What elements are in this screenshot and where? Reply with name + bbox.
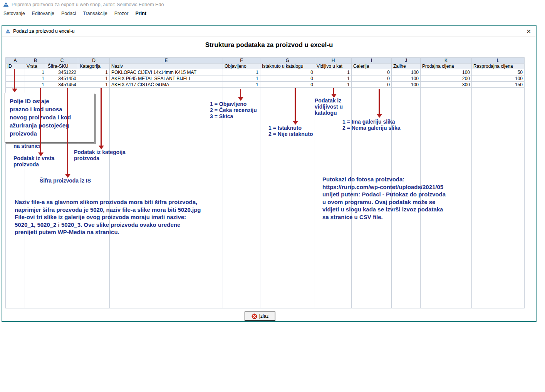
col-letter: G — [260, 58, 315, 64]
note-istaknuto: 1 = Istaknuto 2 = Nije istaknuto — [268, 125, 313, 137]
col-letter: L — [472, 58, 525, 64]
table-cell: 100 — [392, 75, 421, 82]
app-titlebar[interactable]: Priprema proizvoda za export u web shop,… — [0, 0, 545, 9]
close-icon[interactable]: ✕ — [526, 28, 531, 34]
table-cell: 200 — [421, 75, 472, 82]
table-cell: 50 — [472, 69, 525, 75]
col-letter: D — [78, 58, 110, 64]
col-header: Kategorija — [78, 64, 110, 69]
col-header: Istaknuto u katalogu — [260, 64, 315, 69]
arrow-vidljivo-column — [333, 88, 334, 94]
note-vidljivost: Podatak iz vidljivost u katalogu — [315, 97, 343, 116]
col-letter: F — [223, 58, 260, 64]
note-id-box: Polje ID ostaje prazno i kod unosa novog… — [5, 93, 94, 142]
dialog-titlebar[interactable]: Podazi za proizvod u excel-u ✕ — [2, 26, 536, 37]
note-slike: Naziv file-a sa glavnom slikom prozivoda… — [15, 198, 277, 236]
col-letter: K — [421, 58, 472, 64]
dialog-window: Podazi za proizvod u excel-u ✕ Struktura… — [2, 25, 537, 322]
menu-setovanje[interactable]: Setovanje — [0, 10, 29, 17]
table-cell: POKLOPAC CIJEVI 14x14mm K415 MAT — [110, 69, 223, 75]
izlaz-label: Izlaz — [259, 313, 269, 319]
table-row: 1 3451450 1 AKFIX P645 METAL SEALANT BIJ… — [6, 75, 525, 82]
menu-transakcije[interactable]: Transakcije — [79, 10, 111, 17]
note-kategorija: Podatak iz kategoija proizvoda — [74, 149, 126, 161]
arrow-kategorija-column — [101, 88, 102, 146]
table-cell: 0 — [352, 75, 392, 82]
arrow-vrsta-column — [40, 88, 41, 153]
table-cell — [6, 69, 25, 75]
col-letter: J — [392, 58, 421, 64]
table-cell: AKFIX P645 METAL SEALANT BIJELI — [110, 75, 223, 82]
col-letter: C — [46, 58, 78, 64]
table-cell: 100 — [421, 69, 472, 75]
table-cell: 1 — [223, 69, 260, 75]
col-letter: I — [352, 58, 392, 64]
col-letter: E — [110, 58, 223, 64]
table-cell: 300 — [421, 82, 472, 88]
col-header: ID — [6, 64, 25, 69]
grid-extension-cell — [223, 88, 260, 308]
col-header: Objavljeno — [223, 64, 260, 69]
dialog-title: Podazi za proizvod u excel-u — [13, 28, 75, 34]
col-header: Naziv — [110, 64, 223, 69]
table-cell: 1 — [25, 75, 46, 82]
table-cell: 100 — [392, 69, 421, 75]
window-title: Priprema proizvoda za export u web shop,… — [12, 2, 164, 7]
table-cell: 0 — [352, 82, 392, 88]
arrow-id-column — [14, 69, 15, 89]
table-cell: 1 — [223, 82, 260, 88]
table-cell — [6, 82, 25, 88]
note-putokazi: Putokazi do fotosa proizvoda: https://ru… — [322, 176, 496, 221]
table-cell: 1 — [78, 82, 110, 88]
table-cell: 100 — [472, 75, 525, 82]
arrow-sifra-column — [67, 88, 68, 174]
table-cell: 1 — [315, 75, 352, 82]
dialog-body: Struktura podataka za proizvod u excel-u… — [2, 37, 536, 321]
field-header-row: ID Vrsta Šifra-SKU Kategorija Naziv Obja… — [6, 64, 525, 69]
note-sifra: Šifra proizvoda iz IS — [40, 178, 91, 184]
col-letter: A — [6, 58, 25, 64]
izlaz-button[interactable]: Izlaz — [245, 312, 275, 321]
table-cell: 1 — [25, 69, 46, 75]
menu-bar: Setovanje Editovanje Podaci Transakcije … — [0, 9, 545, 18]
table-cell: 1 — [223, 75, 260, 82]
table-cell: 1 — [78, 75, 110, 82]
col-header: Galerija — [352, 64, 392, 69]
table-cell: 0 — [260, 75, 315, 82]
table-cell: 3451222 — [46, 69, 78, 75]
col-header: Šifra-SKU — [46, 64, 78, 69]
grid-extension-cell — [110, 88, 223, 308]
col-letter: B — [25, 58, 46, 64]
table-row: 1 3451454 1 AKFIX A117 ČISTAČ GUMA 1 0 1… — [6, 82, 525, 88]
arrow-galerija-column — [379, 89, 380, 114]
table-cell: 0 — [260, 69, 315, 75]
column-letter-row: A B C D E F G H I J K L — [6, 58, 525, 64]
col-header: Vrsta — [25, 64, 46, 69]
table-cell: 1 — [25, 82, 46, 88]
col-header: Rasprodajna cijena — [472, 64, 525, 69]
table-cell: 3451454 — [46, 82, 78, 88]
table-cell: 1 — [315, 69, 352, 75]
table-cell: 1 — [315, 82, 352, 88]
grid-extension-cell — [260, 88, 315, 308]
menu-podaci[interactable]: Podaci — [58, 10, 79, 17]
dialog-heading: Struktura podataka za proizvod u excel-u — [2, 37, 536, 49]
app-icon — [3, 2, 9, 8]
arrow-istaknuto-column — [295, 88, 296, 121]
menu-editovanje[interactable]: Editovanje — [29, 10, 58, 17]
menu-print[interactable]: Print — [132, 10, 150, 17]
menu-prozor[interactable]: Prozor — [111, 10, 132, 17]
col-header: Vidljivo u kat — [315, 64, 352, 69]
table-cell: 100 — [392, 82, 421, 88]
table-cell: 0 — [260, 82, 315, 88]
table-cell: AKFIX A117 ČISTAČ GUMA — [110, 82, 223, 88]
note-galerija: 1 = Ima galeriju slika 2 = Nema galeriju… — [342, 119, 401, 131]
table-row: 1 3451222 1 POKLOPAC CIJEVI 14x14mm K415… — [6, 69, 525, 75]
exit-icon — [252, 313, 257, 319]
arrow-objavljeno-column — [240, 89, 241, 97]
table-cell: 3451450 — [46, 75, 78, 82]
note-na-stranici: na stranici — [13, 143, 40, 149]
col-header: Prodajna cijena — [421, 64, 472, 69]
table-cell — [6, 75, 25, 82]
col-header: Zalihe — [392, 64, 421, 69]
